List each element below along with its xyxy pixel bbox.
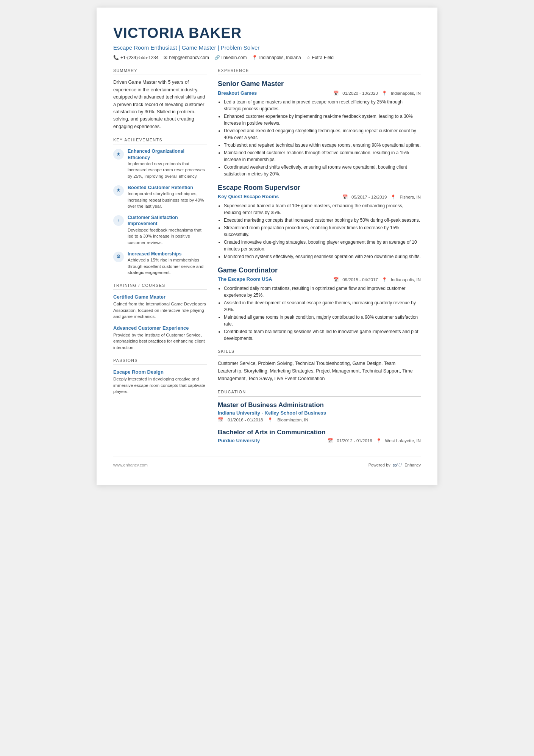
location-value: Indianapolis, Indiana [259,55,301,61]
job-date-0: 01/2020 - 10/2023 [342,90,378,97]
experience-label: EXPERIENCE [218,68,421,75]
job-date-2: 09/2015 - 04/2017 [342,277,378,283]
education-label: EDUCATION [218,389,421,396]
training-item-0: Certified Game Master Gained from the In… [113,294,207,320]
achievement-desc-2: Developed feedback mechanisms that led t… [128,227,207,246]
achievement-title-3: Increased Memberships [128,251,207,257]
edu-meta-0: 📅 01/2016 - 01/2018 📍 Bloomington, IN [218,417,421,423]
job-bullets-0: Led a team of game masters and improved … [224,99,421,177]
bullet-0-5: Coordinated weekend shifts effectively, … [224,164,421,177]
powered-by-text: Powered by [368,462,390,468]
brand-name: Enhancv [404,462,421,468]
job-date-1: 05/2017 - 12/2019 [351,194,387,200]
achievement-desc-1: Incorporated storytelling techniques, in… [128,191,207,210]
main-body: SUMMARY Driven Game Master with 5 years … [113,68,421,446]
training-title-0: Certified Game Master [113,294,207,301]
location-icon-job-2: 📍 [382,277,387,283]
summary-text: Driven Game Master with 5 years of exper… [113,79,207,130]
email-contact: ✉ help@enhancv.com [164,55,209,61]
header: VICTORIA BAKER Escape Room Enthusiast | … [113,23,421,61]
skills-label: SKILLS [218,349,421,356]
job-2: Game Coordinator The Escape Room USA 📅 0… [218,265,421,342]
extra-contact: ☆ Extra Field [306,55,334,61]
achievement-title-0: Enhanced Organizational Efficiency [128,148,207,161]
edu-item-1: Bachelor of Arts in Communication Purdue… [218,428,421,444]
bullet-0-4: Maintained excellent customer relations … [224,149,421,163]
job-title-2: Game Coordinator [218,265,421,275]
job-location-1: Fishers, IN [400,194,421,200]
achievement-title-2: Customer Satisfaction Improvement [128,214,207,227]
right-column: EXPERIENCE Senior Game Master Breakout G… [218,68,421,446]
bullet-1-2: Streamlined room preparation procedures,… [224,224,421,238]
edu-location-1: West Lafayette, IN [385,438,421,444]
extra-icon: ☆ [306,55,311,61]
training-item-1: Advanced Customer Experience Provided by… [113,325,207,351]
bullet-2-3: Contributed to team brainstorming sessio… [224,328,421,342]
achievement-content-2: Customer Satisfaction Improvement Develo… [128,214,207,246]
bullet-0-0: Led a team of game masters and improved … [224,99,421,112]
job-bullets-1: Supervised and trained a team of 10+ gam… [224,202,421,260]
edu-row-1: Purdue University 📅 01/2012 - 01/2016 📍 … [218,437,421,445]
location-icon-edu-0: 📍 [267,417,273,423]
bullet-1-3: Created innovative clue-giving strategie… [224,239,421,252]
bullet-0-3: Troubleshot and repaired technical issue… [224,142,421,149]
edu-meta-1: 📅 01/2012 - 01/2016 📍 West Lafayette, IN [328,438,421,444]
passion-item-0: Escape Room Design Deeply interested in … [113,369,207,395]
achievement-desc-3: Achieved a 15% rise in memberships throu… [128,257,207,276]
location-icon-edu-1: 📍 [376,438,381,444]
location-contact: 📍 Indianapolis, Indiana [252,55,301,61]
edu-date-0: 01/2016 - 01/2018 [228,417,263,423]
calendar-icon-edu-1: 📅 [328,438,333,444]
achievement-icon-0: ★ [113,149,124,160]
job-0: Senior Game Master Breakout Games 📅 01/2… [218,79,421,177]
training-title-1: Advanced Customer Experience [113,325,207,332]
bullet-2-2: Maintained all game rooms in peak condit… [224,314,421,327]
achievement-item-3: ⚙ Increased Memberships Achieved a 15% r… [113,251,207,276]
achievement-content-3: Increased Memberships Achieved a 15% ris… [128,251,207,276]
job-meta-1: 📅 05/2017 - 12/2019 📍 Fishers, IN [342,194,421,200]
summary-label: SUMMARY [113,68,207,75]
achievement-icon-3: ⚙ [113,252,124,262]
job-1: Escape Room Supervisor Key Quest Escape … [218,183,421,260]
achievement-title-1: Boosted Customer Retention [128,185,207,191]
achievement-icon-2: ♀ [113,215,124,226]
achievement-content-1: Boosted Customer Retention Incorporated … [128,185,207,210]
edu-location-0: Bloomington, IN [277,417,308,423]
job-title-1: Escape Room Supervisor [218,183,421,193]
calendar-icon-0: 📅 [333,90,339,97]
email-icon: ✉ [164,55,167,61]
achievement-desc-0: Implemented new protocols that increased… [128,161,207,180]
linkedin-contact: 🔗 linkedin.com [214,55,247,61]
job-company-row-0: Breakout Games 📅 01/2020 - 10/2023 📍 Ind… [218,90,421,97]
edu-date-1: 01/2012 - 01/2016 [337,438,372,444]
candidate-name: VICTORIA BAKER [113,23,421,44]
job-location-2: Indianapolis, IN [391,277,421,283]
brand-logo-icon: ∞♡ [393,461,402,470]
footer-brand: Powered by ∞♡ Enhancv [368,461,421,470]
phone-value: +1-(234)-555-1234 [120,55,158,61]
training-label: TRAINING / COURSES [113,283,207,290]
location-icon-job-1: 📍 [390,194,396,200]
bullet-2-1: Assisted in the development of seasonal … [224,299,421,313]
job-location-0: Indianapolis, IN [391,90,421,97]
job-bullets-2: Coordinated daily room rotations, result… [224,285,421,342]
linkedin-icon: 🔗 [214,55,220,61]
job-company-1: Key Quest Escape Rooms [218,193,279,200]
footer: www.enhancv.com Powered by ∞♡ Enhancv [113,457,421,470]
bullet-1-1: Executed marketing concepts that increas… [224,217,421,224]
edu-degree-1: Bachelor of Arts in Communication [218,428,421,437]
phone-icon: 📞 [113,55,119,61]
achievement-item-1: ★ Boosted Customer Retention Incorporate… [113,185,207,210]
achievement-item-0: ★ Enhanced Organizational Efficiency Imp… [113,148,207,180]
edu-school-1: Purdue University [218,437,260,445]
training-desc-0: Gained from the International Game Devel… [113,301,207,320]
candidate-subtitle: Escape Room Enthusiast | Game Master | P… [113,44,421,52]
edu-degree-0: Master of Business Administration [218,401,421,410]
contact-row: 📞 +1-(234)-555-1234 ✉ help@enhancv.com 🔗… [113,55,421,61]
bullet-2-0: Coordinated daily room rotations, result… [224,285,421,299]
bullet-1-4: Monitored tech systems effectively, ensu… [224,253,421,260]
location-icon-job-0: 📍 [382,90,387,97]
passion-desc-0: Deeply interested in developing creative… [113,376,207,395]
phone-contact: 📞 +1-(234)-555-1234 [113,55,158,61]
linkedin-value: linkedin.com [222,55,247,61]
